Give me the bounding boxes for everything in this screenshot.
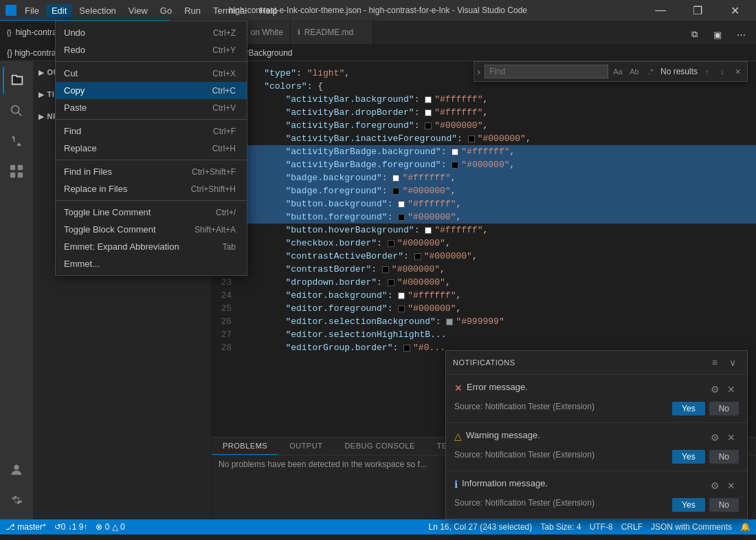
menu-item-copy[interactable]: Copy Ctrl+C [56,82,247,99]
npm-chevron: ▶ [38,113,45,120]
errors-status[interactable]: ⊗ 0 △ 0 [96,522,124,532]
notifications-collapse-button[interactable]: ∨ [725,355,740,370]
svg-point-6 [14,465,19,470]
error-settings-button[interactable]: ⚙ [707,382,722,397]
warning-close-button[interactable]: ✕ [724,430,739,445]
menu-item-replace-in-files[interactable]: Replace in Files Ctrl+Shift+H [56,180,247,197]
menu-item-emmet[interactable]: Emmet... [56,255,247,272]
redo-label: Redo [64,45,85,55]
notifications-filter-button[interactable]: ≡ [707,355,722,370]
code-line: "activityBar.inactiveForeground": "#0000… [212,132,756,145]
warning-settings-button[interactable]: ⚙ [707,430,722,445]
info-source: Source: Notification Tester (Extension) [454,498,594,508]
panel-tab-debug-console[interactable]: DEBUG CONSOLE [333,438,425,455]
find-next-button[interactable]: ↓ [715,65,729,78]
info-buttons: Yes No [672,498,739,512]
layout-button[interactable]: ▣ [708,25,727,44]
code-line: 26 "editor.selectionBackground": "#99999… [212,315,756,328]
menu-go[interactable]: Go [155,4,177,17]
timeline-chevron: ▶ [38,91,45,98]
info-yes-button[interactable]: Yes [672,498,705,512]
code-line-highlighted: "button.background": "#ffffff", [212,197,756,210]
menu-item-redo[interactable]: Redo Ctrl+Y [56,41,247,58]
match-case-button[interactable]: Aa [611,65,625,78]
separator-3 [56,160,247,160]
warning-yes-button[interactable]: Yes [672,450,705,464]
sync-status[interactable]: ↺0 ↓1 9↑ [54,522,88,532]
info-close-button[interactable]: ✕ [724,478,739,493]
menu-item-paste[interactable]: Paste Ctrl+V [56,99,247,116]
menu-view[interactable]: View [123,4,153,17]
settings-icon[interactable] [3,486,30,514]
notification-error: ✕ Error message. ⚙ ✕ Source: Notificatio… [446,375,747,423]
extensions-icon[interactable] [3,158,30,185]
error-yes-button[interactable]: Yes [672,402,705,415]
notif-warning-footer: Source: Notification Tester (Extension) … [454,446,739,464]
find-expand-icon: › [477,66,480,77]
menu-selection[interactable]: Selection [74,4,121,17]
find-close-button[interactable]: ✕ [731,65,744,78]
emmet-label: Emmet... [64,259,100,269]
menu-item-toggle-block-comment[interactable]: Toggle Block Comment Shift+Alt+A [56,221,247,238]
menu-item-replace[interactable]: Replace Ctrl+H [56,140,247,157]
svg-rect-5 [18,173,23,177]
warning-no-button[interactable]: No [709,450,739,464]
svg-rect-2 [10,165,15,170]
toggle-line-comment-label: Toggle Line Comment [64,207,151,217]
code-line: "button.hoverBackground": "#ffffff", [212,224,756,237]
cursor-position[interactable]: Ln 16, Col 27 (243 selected) [428,522,532,532]
account-icon[interactable] [3,456,30,484]
panel-tab-problems[interactable]: PROBLEMS [212,438,278,455]
find-shortcut: Ctrl+F [213,127,236,136]
edit-menu: Undo Ctrl+Z Redo Ctrl+Y Cut Ctrl+X Copy … [55,21,247,276]
maximize-button[interactable]: ❐ [682,0,713,21]
split-editor-button[interactable]: ⧉ [685,25,704,44]
window-title: high-contrast-e-Ink-color-theme.json - h… [229,6,527,15]
error-no-button[interactable]: No [709,402,739,415]
info-icon: ℹ [454,479,458,490]
tab-readme[interactable]: ℹ README.md [291,20,373,44]
replace-in-files-shortcut: Ctrl+Shift+H [191,184,236,194]
redo-shortcut: Ctrl+Y [212,45,236,55]
whole-word-button[interactable]: Ab [627,65,641,78]
menu-item-emmet-expand[interactable]: Emmet: Expand Abbreviation Tab [56,238,247,255]
menu-item-undo[interactable]: Undo Ctrl+Z [56,24,247,41]
notifications-bell[interactable]: 🔔 [740,522,751,532]
error-buttons: Yes No [672,402,739,415]
info-settings-button[interactable]: ⚙ [707,478,722,493]
find-prev-button[interactable]: ↑ [700,65,714,78]
line-ending[interactable]: CRLF [621,522,643,532]
encoding[interactable]: UTF-8 [590,522,613,532]
branch-status[interactable]: ⎇ master* [5,522,46,532]
activity-bottom [3,456,30,519]
menu-item-find-in-files[interactable]: Find in Files Ctrl+Shift+F [56,163,247,180]
paste-label: Paste [64,102,87,113]
undo-shortcut: Ctrl+Z [213,28,236,38]
error-close-button[interactable]: ✕ [724,382,739,397]
source-control-icon[interactable] [3,127,30,155]
explorer-icon[interactable] [3,67,30,94]
more-actions-button[interactable]: ⋯ [731,25,751,44]
statusbar-left: ⎇ master* ↺0 ↓1 9↑ ⊗ 0 △ 0 [5,522,125,532]
regex-button[interactable]: .* [644,65,658,78]
replace-shortcut: Ctrl+H [212,144,236,153]
toggle-line-comment-shortcut: Ctrl+/ [216,208,236,217]
menu-item-cut[interactable]: Cut Ctrl+X [56,65,247,82]
info-no-button[interactable]: No [709,498,739,512]
menu-file[interactable]: File [19,4,45,17]
menu-item-toggle-line-comment[interactable]: Toggle Line Comment Ctrl+/ [56,204,247,221]
minimize-button[interactable]: — [645,0,676,21]
find-input[interactable] [485,65,608,78]
warning-message: Warning message. [466,430,540,440]
panel-tab-output[interactable]: OUTPUT [278,438,333,455]
menu-run[interactable]: Run [179,4,206,17]
notif-error-footer: Source: Notification Tester (Extension) … [454,398,739,415]
search-icon[interactable] [3,97,30,125]
tab-size[interactable]: Tab Size: 4 [540,522,581,532]
close-button[interactable]: ✕ [719,0,751,21]
language-mode[interactable]: JSON with Comments [651,522,732,532]
tab-actions: ⧉ ▣ ⋯ [679,25,756,44]
menu-edit[interactable]: Edit [46,4,72,17]
menu-item-find[interactable]: Find Ctrl+F [56,122,247,140]
find-in-files-shortcut: Ctrl+Shift+F [192,167,236,177]
